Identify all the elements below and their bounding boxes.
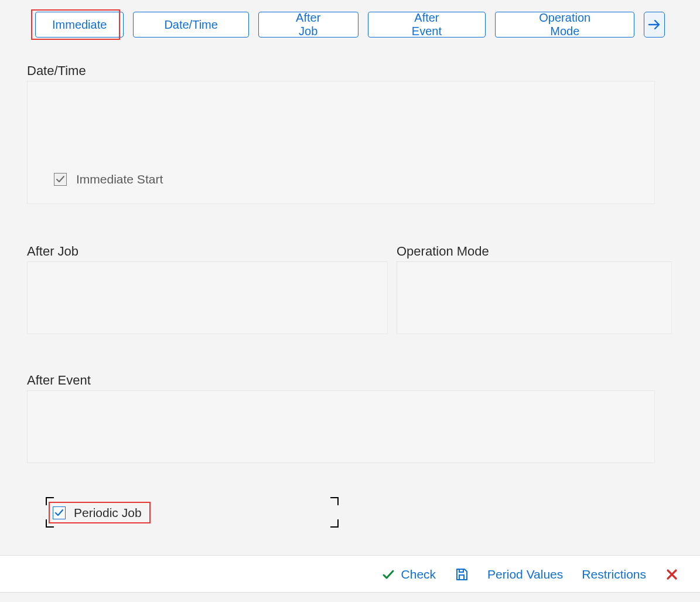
- immediate-button[interactable]: Immediate: [35, 12, 124, 38]
- after-job-section-label: After Job: [27, 244, 78, 259]
- date-time-button[interactable]: Date/Time: [133, 12, 249, 38]
- scroll-right-button[interactable]: [644, 12, 665, 38]
- footer-toolbar: Check Period Values Restrictions: [0, 555, 700, 593]
- divider: [0, 592, 700, 593]
- save-button[interactable]: [455, 567, 469, 581]
- restrictions-button[interactable]: Restrictions: [582, 567, 646, 581]
- arrow-right-icon: [647, 18, 661, 32]
- operation-mode-panel: [397, 261, 672, 334]
- close-icon: [665, 567, 679, 581]
- after-event-section-label: After Event: [27, 373, 91, 388]
- after-job-button[interactable]: After Job: [258, 12, 358, 38]
- check-icon: [54, 508, 64, 518]
- after-event-button[interactable]: After Event: [368, 12, 486, 38]
- period-values-button[interactable]: Period Values: [487, 567, 563, 581]
- svg-rect-1: [459, 575, 464, 580]
- after-job-panel: [27, 261, 388, 334]
- immediate-start-row: Immediate Start: [54, 172, 163, 186]
- restrictions-label: Restrictions: [582, 567, 646, 581]
- check-button[interactable]: Check: [381, 567, 436, 581]
- check-icon: [381, 567, 395, 581]
- periodic-job-row: Periodic Job: [46, 497, 339, 528]
- check-label: Check: [401, 567, 436, 581]
- start-condition-screen: Immediate Date/Time After Job After Even…: [0, 0, 700, 602]
- operation-mode-section-label: Operation Mode: [397, 244, 489, 259]
- focus-bracket-icon: [46, 497, 54, 505]
- period-values-label: Period Values: [487, 567, 563, 581]
- immediate-start-checkbox: [54, 173, 67, 186]
- start-condition-toolbar: Immediate Date/Time After Job After Even…: [35, 12, 665, 38]
- immediate-start-label: Immediate Start: [76, 172, 163, 186]
- after-event-panel: [27, 390, 655, 463]
- operation-mode-button[interactable]: Operation Mode: [495, 12, 634, 38]
- periodic-job-checkbox[interactable]: [53, 506, 66, 519]
- focus-bracket-icon: [330, 497, 339, 505]
- close-button[interactable]: [665, 567, 679, 581]
- save-icon: [455, 567, 469, 581]
- periodic-job-label: Periodic Job: [74, 506, 142, 520]
- focus-bracket-icon: [46, 519, 54, 528]
- focus-bracket-icon: [330, 519, 339, 528]
- svg-rect-2: [459, 569, 463, 572]
- check-icon: [56, 175, 65, 184]
- date-time-section-label: Date/Time: [27, 63, 86, 79]
- date-time-panel: Immediate Start: [27, 81, 655, 204]
